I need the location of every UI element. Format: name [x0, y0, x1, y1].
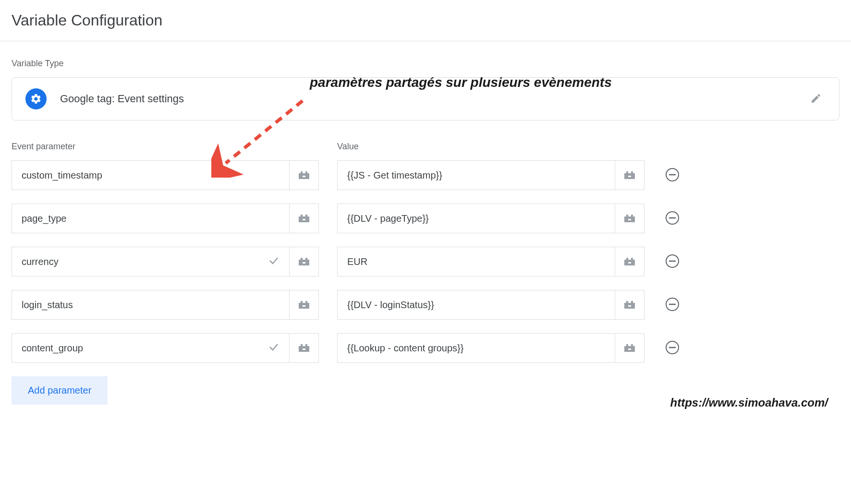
param-row: content_group{{Lookup - content groups}}	[12, 333, 839, 363]
variable-picker-button[interactable]	[615, 290, 644, 320]
brick-icon	[297, 213, 311, 225]
remove-row-button[interactable]	[663, 252, 682, 271]
annotation-text: paramètres partagés sur plusieurs evènem…	[310, 75, 612, 90]
watermark: https://www.simoahava.com/	[670, 396, 828, 409]
page-title: Variable Configuration	[12, 12, 839, 29]
brick-icon	[297, 299, 311, 311]
gear-icon	[25, 88, 47, 109]
divider	[0, 41, 851, 41]
check-icon	[268, 341, 280, 355]
remove-row-button[interactable]	[663, 338, 682, 358]
param-name-input[interactable]: content_group	[12, 333, 289, 363]
param-name-input[interactable]: login_status	[12, 290, 289, 320]
svg-rect-16	[303, 348, 305, 350]
param-name-text: login_status	[22, 300, 73, 311]
brick-icon	[623, 299, 636, 311]
remove-row-button[interactable]	[663, 295, 682, 314]
param-row: currencyEUR	[12, 247, 839, 276]
check-icon	[268, 255, 280, 269]
param-name-text: page_type	[22, 213, 66, 224]
svg-rect-17	[628, 348, 631, 350]
param-value-text: {{JS - Get timestamp}}	[347, 170, 442, 181]
params-header: Event parameter Value	[12, 142, 839, 152]
variable-picker-button[interactable]	[615, 160, 644, 190]
variable-type-name: Google tag: Event settings	[60, 93, 184, 105]
svg-rect-0	[303, 176, 305, 177]
variable-picker-button[interactable]	[615, 247, 644, 276]
minus-circle-icon	[665, 167, 680, 184]
param-name-text: content_group	[22, 343, 83, 354]
param-value-input[interactable]: {{DLV - loginStatus}}	[337, 290, 615, 320]
brick-icon	[623, 256, 636, 268]
svg-rect-12	[303, 305, 305, 307]
param-name-input[interactable]: page_type	[12, 204, 289, 233]
variable-picker-button[interactable]	[289, 160, 319, 190]
param-row: custom_timestamp{{JS - Get timestamp}}	[12, 160, 839, 190]
param-row: page_type{{DLV - pageType}}	[12, 204, 839, 233]
column-header-param: Event parameter	[12, 142, 319, 152]
param-name-text: custom_timestamp	[22, 170, 102, 181]
value-input-group: {{DLV - pageType}}	[337, 204, 644, 233]
svg-rect-9	[628, 262, 631, 264]
value-input-group: EUR	[337, 247, 644, 276]
svg-rect-1	[628, 176, 631, 177]
brick-icon	[297, 169, 311, 181]
variable-picker-button[interactable]	[615, 204, 644, 233]
variable-picker-button[interactable]	[289, 290, 319, 320]
brick-icon	[297, 342, 311, 354]
variable-picker-button[interactable]	[289, 247, 319, 276]
minus-circle-icon	[665, 210, 680, 227]
value-input-group: {{Lookup - content groups}}	[337, 333, 644, 363]
variable-picker-button[interactable]	[289, 204, 319, 233]
minus-circle-icon	[665, 340, 680, 357]
value-input-group: {{JS - Get timestamp}}	[337, 160, 644, 190]
minus-circle-icon	[665, 297, 680, 313]
param-value-input[interactable]: {{DLV - pageType}}	[337, 204, 615, 233]
param-input-group: page_type	[12, 204, 319, 233]
svg-rect-5	[628, 219, 631, 220]
brick-icon	[297, 256, 311, 268]
remove-row-button[interactable]	[663, 209, 682, 228]
param-input-group: content_group	[12, 333, 319, 363]
add-parameter-button[interactable]: Add parameter	[12, 376, 108, 405]
variable-type-label: Variable Type	[12, 59, 839, 69]
param-input-group: login_status	[12, 290, 319, 320]
variable-type-card[interactable]: Google tag: Event settings paramètres pa…	[12, 77, 839, 120]
variable-picker-button[interactable]	[289, 333, 319, 363]
brick-icon	[623, 169, 636, 181]
brick-icon	[623, 342, 636, 354]
minus-circle-icon	[665, 253, 680, 270]
value-input-group: {{DLV - loginStatus}}	[337, 290, 644, 320]
param-value-text: {{Lookup - content groups}}	[347, 343, 463, 354]
param-row: login_status{{DLV - loginStatus}}	[12, 290, 839, 320]
param-name-text: currency	[22, 256, 59, 267]
remove-row-button[interactable]	[663, 166, 682, 185]
variable-picker-button[interactable]	[615, 333, 644, 363]
brick-icon	[623, 213, 636, 225]
param-name-input[interactable]: currency	[12, 247, 289, 276]
edit-variable-type-button[interactable]	[806, 89, 826, 109]
param-value-input[interactable]: EUR	[337, 247, 615, 276]
param-value-text: {{DLV - pageType}}	[347, 213, 429, 224]
svg-rect-8	[303, 262, 305, 264]
column-header-value: Value	[337, 142, 644, 152]
param-input-group: currency	[12, 247, 319, 276]
svg-rect-13	[628, 305, 631, 307]
param-value-input[interactable]: {{JS - Get timestamp}}	[337, 160, 615, 190]
param-value-input[interactable]: {{Lookup - content groups}}	[337, 333, 615, 363]
svg-rect-4	[303, 219, 305, 220]
pencil-icon	[810, 93, 822, 104]
param-value-text: EUR	[347, 256, 367, 267]
param-name-input[interactable]: custom_timestamp	[12, 160, 289, 190]
param-input-group: custom_timestamp	[12, 160, 319, 190]
param-value-text: {{DLV - loginStatus}}	[347, 300, 434, 311]
